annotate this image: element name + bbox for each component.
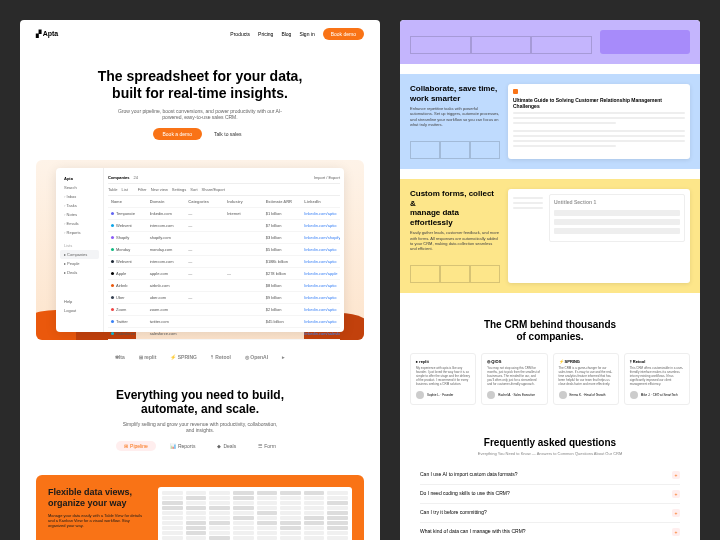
import-export-button[interactable]: Import / Export [314,175,340,180]
testimonial-author: Mike J. · CEO at SmartTech [630,391,684,399]
sidebar-item[interactable]: ◦ Inbox [60,192,99,201]
testimonial-card: ⚡ SPRING The CRM is a game-changer for o… [553,353,619,404]
avatar [416,391,424,399]
landing-page-right: Collaborate, save time, work smarter Enh… [400,20,700,540]
card-body: Easily gather leads, customer feedback, … [410,230,500,251]
avatar [487,391,495,399]
table-row [162,536,348,540]
faq-item[interactable]: Can I try it before committing? + [420,504,680,523]
hero-title: The spreadsheet for your data, built for… [60,68,340,102]
table-row[interactable]: Twitter twitter.com $45 billion linkedin… [108,316,340,328]
table-row[interactable]: Shopify shopify.com $3 billion linkedin.… [108,232,340,244]
book-demo-button[interactable]: Book demo [323,28,364,40]
filter-button[interactable]: Filter [138,187,147,192]
form-screenshot: Untitled Section 1 [508,189,690,283]
view-list[interactable]: List [122,187,128,192]
hero-screenshot-wrap: Apta Search ◦ Inbox◦ Tasks◦ Notes◦ Email… [36,160,364,340]
tab-reports[interactable]: 📊 Reports [162,441,204,451]
faq-question: What kind of data can I manage with this… [420,528,526,536]
view-table[interactable]: Table [108,187,118,192]
book-demo-button[interactable]: Book a demo [153,128,202,140]
testimonial-card: ◎ QIOS You may not stop using this CRM f… [481,353,547,404]
column-header[interactable]: Categories [185,198,224,205]
avatar [630,391,638,399]
table-row[interactable]: Zoom zoom.com $2 billion linkedin.com/ap… [108,304,340,316]
faq-question: Do I need coding skills to use this CRM? [420,490,510,498]
nav-link[interactable]: Sign in [299,31,314,37]
section-everything: Everything you need to build, automate, … [20,374,380,466]
faq-item[interactable]: Can I use AI to import custom data forma… [420,466,680,485]
top-nav: ▞ Apta Products Pricing Blog Sign in Boo… [20,20,380,48]
sidebar-list-item[interactable]: ▸ People [60,259,99,268]
share-button[interactable]: Share/Export [202,187,225,192]
feature-flexible-views: Flexible data views, organize your way M… [36,475,364,540]
sidebar-list-item[interactable]: ▸ Companies [60,250,99,259]
testimonial-brand: ◎ QIOS [487,359,541,364]
logo[interactable]: ▞ Apta [36,30,58,38]
plus-icon[interactable]: + [672,509,680,517]
table-row[interactable]: Webvent intercom.com — $7 billion linked… [108,220,340,232]
sidebar-footer-item[interactable]: Help [60,297,99,306]
column-header[interactable]: LinkedIn [301,198,340,205]
table-row[interactable]: Temporate linkedin.com — Internet $1 bil… [108,208,340,220]
faq-item[interactable]: Do I need coding skills to use this CRM?… [420,485,680,504]
app-logo: Apta [60,174,99,183]
app-sidebar: Apta Search ◦ Inbox◦ Tasks◦ Notes◦ Email… [56,168,104,332]
faq-question: Can I try it before committing? [420,509,487,517]
search-input[interactable]: Search [60,183,99,192]
column-header[interactable]: Estimate ARR [263,198,302,205]
feature-screenshot [158,487,352,540]
testimonials-section: The CRM behind thousands of companies. ▸… [400,303,700,420]
section2-title: Everything you need to build, automate, … [60,388,340,417]
partner-logo: ▸ [282,354,285,360]
landing-page-left: ▞ Apta Products Pricing Blog Sign in Boo… [20,20,380,540]
nav-link[interactable]: Products [230,31,250,37]
hero-buttons: Book a demo Talk to sales [60,128,340,140]
sort-button[interactable]: Sort [190,187,197,192]
plus-icon[interactable]: + [672,528,680,536]
doc-title: Ultimate Guide to Solving Customer Relat… [513,97,685,109]
testimonial-quote: This CRM offers customizable in a user-f… [630,367,684,386]
testimonial-author: Emma K. · Head of Growth [559,391,613,399]
nav-link[interactable]: Blog [281,31,291,37]
tab-pipeline[interactable]: ⊞ Pipeline [116,441,156,451]
table-row[interactable]: Apple apple.com — — $278 billion linkedi… [108,268,340,280]
hero-subtitle: Grow your pipeline, boost conversions, a… [110,108,290,120]
tab-form[interactable]: ☰ Form [250,441,284,451]
plus-icon[interactable]: + [672,471,680,479]
sidebar-item[interactable]: ◦ Emails [60,219,99,228]
feature-title: Flexible data views, organize your way [48,487,148,509]
column-header[interactable]: Industry [224,198,263,205]
settings-button[interactable]: Settings [172,187,186,192]
faq-item[interactable]: What kind of data can I manage with this… [420,523,680,540]
sidebar-footer-item[interactable]: Logout [60,306,99,315]
feature-body: Manage your data easily with a Table Vie… [48,513,148,529]
tab-deals[interactable]: ◆ Deals [209,441,244,451]
testimonial-author: Sophie L. · Founder [416,391,470,399]
table-row[interactable]: Uber uber.com — $9 billion linkedin.com/… [108,292,340,304]
faq-question: Can I use AI to import custom data forma… [420,471,518,479]
table-row[interactable]: Salesforce salesforce.com linkedin.com/s… [108,328,340,340]
partner-logo: ⊞ replit [139,354,157,360]
feature-tabs: ⊞ Pipeline 📊 Reports ◆ Deals ☰ Form [60,441,340,451]
column-header[interactable]: Domain [147,198,186,205]
sidebar-list-item[interactable]: ▸ Deals [60,268,99,277]
feature-card-collaborate: Collaborate, save time, work smarter Enh… [400,74,700,169]
testimonial-author: Rachel A. · Sales Executive [487,391,541,399]
testimonial-brand: ▸ replit [416,359,470,364]
table-row[interactable]: Monday monday.com — $5 billion linkedin.… [108,244,340,256]
table-row [162,496,348,500]
table-row[interactable]: Webvent intercom.com — $188k billion lin… [108,256,340,268]
column-header[interactable]: Name [108,198,147,205]
sidebar-item[interactable]: ◦ Notes [60,210,99,219]
table-row [162,501,348,505]
nav-link[interactable]: Pricing [258,31,273,37]
plus-icon[interactable]: + [672,490,680,498]
table-row[interactable]: Airbnb airbnb.com $8 billion linkedin.co… [108,280,340,292]
newview-button[interactable]: New view [151,187,168,192]
testimonial-brand: ⫯ Retool [630,359,684,364]
sidebar-item[interactable]: ◦ Tasks [60,201,99,210]
talk-to-sales-button[interactable]: Talk to sales [208,128,248,140]
tab-companies[interactable]: Companies [108,175,130,180]
sidebar-item[interactable]: ◦ Reports [60,228,99,237]
